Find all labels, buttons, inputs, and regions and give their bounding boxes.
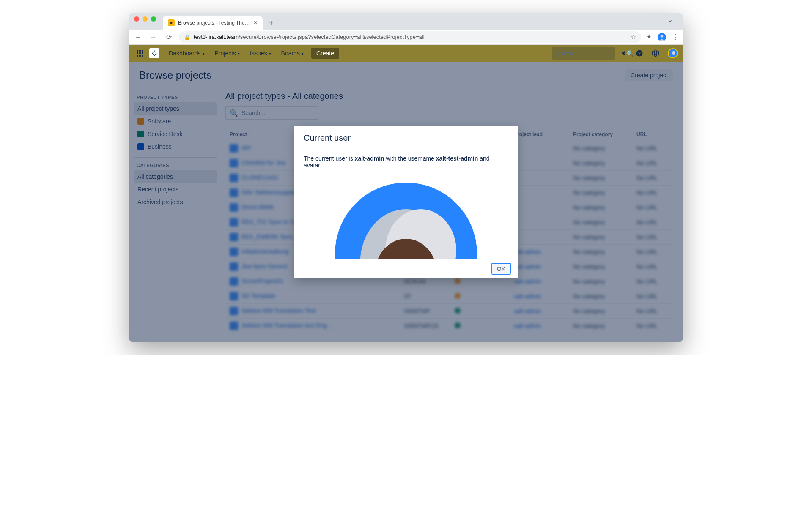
- jira-logo[interactable]: [149, 48, 159, 58]
- back-button[interactable]: ←: [133, 33, 143, 41]
- nav-dashboards[interactable]: Dashboards▾: [165, 45, 209, 62]
- tab-options-button[interactable]: ⌄: [662, 13, 678, 30]
- modal-footer: OK: [294, 259, 518, 278]
- svg-point-6: [672, 51, 675, 55]
- chevron-down-icon: ▾: [238, 51, 240, 56]
- svg-point-0: [170, 22, 173, 24]
- forward-button[interactable]: →: [148, 33, 159, 41]
- nav-search[interactable]: 🔍: [552, 47, 615, 60]
- chevron-down-icon: ▾: [269, 51, 271, 56]
- modal-title: Current user: [294, 126, 518, 149]
- browser-menu-button[interactable]: ⋮: [672, 33, 679, 41]
- modal-overlay[interactable]: Current user The current user is xalt-ad…: [129, 62, 683, 342]
- address-bar: ← → ⟳ 🔒 test3-jira.xalt.team/secure/Brow…: [129, 30, 683, 45]
- tab-title: Browse projects - Testing The…: [178, 20, 250, 26]
- browser-tab[interactable]: Browse projects - Testing The… ✕: [163, 16, 263, 30]
- create-button[interactable]: Create: [311, 48, 339, 59]
- feedback-icon[interactable]: [617, 45, 631, 62]
- svg-text:?: ?: [638, 51, 641, 56]
- profile-avatar-button[interactable]: [658, 33, 666, 41]
- chevron-down-icon: ▾: [203, 51, 205, 56]
- extensions-icon[interactable]: ✦: [646, 33, 652, 41]
- minimize-window-button[interactable]: [143, 16, 148, 22]
- user-avatar-button[interactable]: [668, 48, 678, 58]
- nav-boards[interactable]: Boards▾: [277, 45, 308, 62]
- window-controls: [134, 13, 156, 30]
- close-window-button[interactable]: [134, 16, 139, 22]
- nav-issues[interactable]: Issues▾: [246, 45, 275, 62]
- favicon-icon: [168, 19, 175, 26]
- app-switcher-icon[interactable]: [134, 47, 146, 59]
- help-icon[interactable]: ?: [632, 45, 647, 62]
- star-icon[interactable]: ☆: [631, 34, 636, 40]
- ok-button[interactable]: OK: [491, 263, 511, 274]
- url-display: test3-jira.xalt.team/secure/BrowseProjec…: [194, 34, 425, 40]
- current-user-modal: Current user The current user is xalt-ad…: [294, 126, 518, 278]
- url-input[interactable]: 🔒 test3-jira.xalt.team/secure/BrowseProj…: [179, 31, 641, 43]
- jira-topnav: Dashboards▾ Projects▾ Issues▾ Boards▾ Cr…: [129, 45, 683, 62]
- modal-body: The current user is xalt-admin with the …: [294, 149, 518, 259]
- chevron-down-icon: ▾: [302, 51, 304, 56]
- new-tab-button[interactable]: ＋: [263, 16, 280, 30]
- modal-text: The current user is xalt-admin with the …: [304, 155, 508, 169]
- close-tab-button[interactable]: ✕: [253, 20, 258, 26]
- lock-icon: 🔒: [184, 34, 190, 40]
- settings-icon[interactable]: [648, 45, 663, 62]
- browser-tab-strip: Browse projects - Testing The… ✕ ＋ ⌄: [129, 13, 683, 30]
- svg-point-2: [661, 35, 664, 38]
- reload-button[interactable]: ⟳: [164, 33, 174, 41]
- nav-projects[interactable]: Projects▾: [211, 45, 244, 62]
- maximize-window-button[interactable]: [151, 16, 156, 22]
- nav-search-input[interactable]: [555, 50, 626, 57]
- user-avatar-large: [304, 174, 508, 259]
